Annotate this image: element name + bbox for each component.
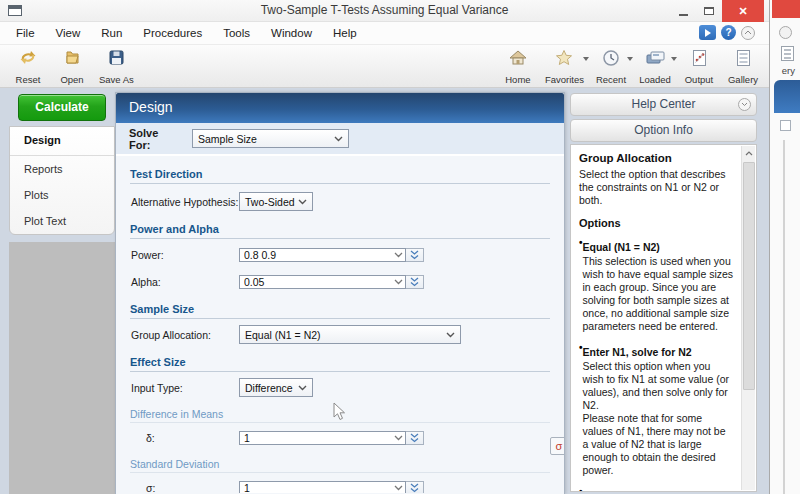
gallery-button[interactable]: Gallery: [721, 45, 765, 87]
list-item: • Equal (N1 = N2) This selection is used…: [579, 237, 734, 333]
menu-item-help[interactable]: Help: [333, 27, 357, 39]
loaded-button[interactable]: Loaded: [633, 45, 677, 87]
open-button[interactable]: Open: [50, 45, 94, 87]
menu-item-procedures[interactable]: Procedures: [143, 27, 202, 39]
delta-label: δ:: [131, 432, 239, 444]
option-title: Equal (N1 = N2): [583, 241, 660, 253]
recent-button[interactable]: Recent: [589, 45, 633, 87]
scrollbar-thumb[interactable]: [743, 162, 755, 390]
option-info-header[interactable]: Option Info: [570, 119, 757, 142]
scroll-up-icon[interactable]: [742, 146, 755, 160]
chevron-down-icon[interactable]: [391, 252, 405, 258]
toolbar: Reset Open Save As Home: [0, 45, 769, 88]
menu-item-tools[interactable]: Tools: [223, 27, 250, 39]
home-button[interactable]: Home: [496, 45, 540, 87]
reset-label: Reset: [16, 74, 41, 85]
power-input[interactable]: [240, 249, 391, 261]
collapse-panel-icon[interactable]: [738, 98, 751, 111]
alpha-input[interactable]: [240, 276, 391, 288]
background-close-button[interactable]: [772, 0, 800, 18]
title-bar: Two-Sample T-Tests Assuming Equal Varian…: [0, 0, 769, 22]
sigma-expand-icon[interactable]: [406, 481, 424, 494]
background-gallery-icon: [781, 46, 794, 61]
background-widget: [780, 120, 791, 131]
group-allocation-select[interactable]: Equal (N1 = N2): [239, 325, 461, 344]
alpha-combo: [239, 275, 424, 289]
mouse-cursor: [333, 402, 346, 421]
minimize-button[interactable]: [670, 0, 696, 22]
section-power-alpha: Power and Alpha: [130, 223, 550, 239]
tab-plots[interactable]: Plots: [10, 182, 114, 208]
menu-bar: File View Run Procedures Tools Window He…: [0, 22, 769, 45]
list-item: • Enter N2, solve for N1 Select this opt…: [579, 486, 734, 492]
tab-reports[interactable]: Reports: [10, 156, 114, 182]
chevron-down-icon: [298, 199, 307, 205]
favorites-button[interactable]: Favorites: [540, 45, 589, 87]
recent-label: Recent: [596, 74, 626, 85]
tab-plot-text[interactable]: Plot Text: [10, 208, 114, 234]
gallery-label: Gallery: [728, 74, 758, 85]
section-effect-size: Effect Size: [130, 356, 550, 372]
chevron-down-icon[interactable]: [391, 485, 405, 491]
option-title: Enter N1, solve for N2: [583, 346, 692, 358]
home-label: Home: [505, 74, 530, 85]
alpha-expand-icon[interactable]: [406, 275, 424, 289]
sidebar-filler: [9, 242, 115, 494]
help-panel: Help Center Option Info Group Allocation…: [570, 93, 757, 494]
help-icon[interactable]: ?: [721, 25, 736, 40]
solve-for-select[interactable]: Sample Size: [192, 129, 349, 148]
menu-item-view[interactable]: View: [56, 27, 81, 39]
gallery-icon: [736, 48, 751, 67]
delta-expand-icon[interactable]: [406, 431, 424, 445]
tab-design[interactable]: Design: [10, 127, 114, 156]
input-type-label: Input Type:: [131, 382, 239, 394]
chevron-down-icon[interactable]: [391, 279, 405, 285]
help-content: Group Allocation Select the option that …: [570, 144, 757, 492]
window-title: Two-Sample T-Tests Assuming Equal Varian…: [0, 3, 769, 17]
chevron-down-icon[interactable]: [391, 435, 405, 441]
help-topic-title: Group Allocation: [579, 152, 734, 164]
help-center-header[interactable]: Help Center: [570, 93, 757, 116]
open-label: Open: [60, 74, 83, 85]
menu-item-file[interactable]: File: [16, 27, 35, 39]
sigma-estimator-button[interactable]: σ: [550, 437, 564, 455]
sigma-input[interactable]: [240, 482, 391, 494]
collapse-ribbon-icon[interactable]: [741, 26, 755, 40]
design-panel: Design Solve For: Sample Size Test Direc…: [115, 92, 565, 494]
favorites-label: Favorites: [545, 74, 584, 85]
close-button[interactable]: ✕: [722, 0, 764, 22]
sigma-label: σ:: [131, 482, 239, 494]
solve-for-label: Solve For:: [129, 127, 179, 151]
chevron-down-icon: [298, 385, 307, 391]
delta-input[interactable]: [240, 432, 391, 444]
input-type-select[interactable]: Difference: [239, 378, 313, 397]
power-expand-icon[interactable]: [406, 248, 424, 262]
sigma-combo: [239, 481, 424, 494]
open-icon: [63, 48, 81, 67]
subsection-standard-deviation: Standard Deviation: [130, 458, 550, 473]
alternative-hypothesis-label: Alternative Hypothesis:: [131, 196, 239, 208]
save-as-button[interactable]: Save As: [94, 45, 139, 87]
background-collapse-icon: [779, 26, 792, 39]
chevron-down-icon: [446, 332, 455, 338]
power-combo: [239, 248, 424, 262]
section-test-direction: Test Direction: [130, 168, 550, 184]
maximize-button[interactable]: [696, 0, 722, 22]
option-text: Please note that for some values of N1, …: [583, 412, 734, 477]
reset-button[interactable]: Reset: [6, 45, 50, 87]
sidebar-tabs: Design Reports Plots Plot Text: [9, 126, 115, 235]
help-scrollbar[interactable]: [741, 146, 755, 490]
home-icon: [509, 48, 527, 67]
background-window-strip: ery: [769, 0, 800, 494]
background-gallery-label: ery: [782, 65, 795, 76]
menu-item-run[interactable]: Run: [101, 27, 122, 39]
main-window: Two-Sample T-Tests Assuming Equal Varian…: [0, 0, 770, 494]
calculate-button[interactable]: Calculate: [18, 94, 106, 121]
menu-item-window[interactable]: Window: [271, 27, 312, 39]
output-button[interactable]: Output: [677, 45, 721, 87]
help-options-title: Options: [579, 217, 734, 229]
background-panel-header: [774, 80, 800, 113]
run-procedure-icon[interactable]: [699, 25, 716, 40]
divider: [783, 140, 785, 494]
alternative-hypothesis-select[interactable]: Two-Sided: [239, 192, 313, 211]
